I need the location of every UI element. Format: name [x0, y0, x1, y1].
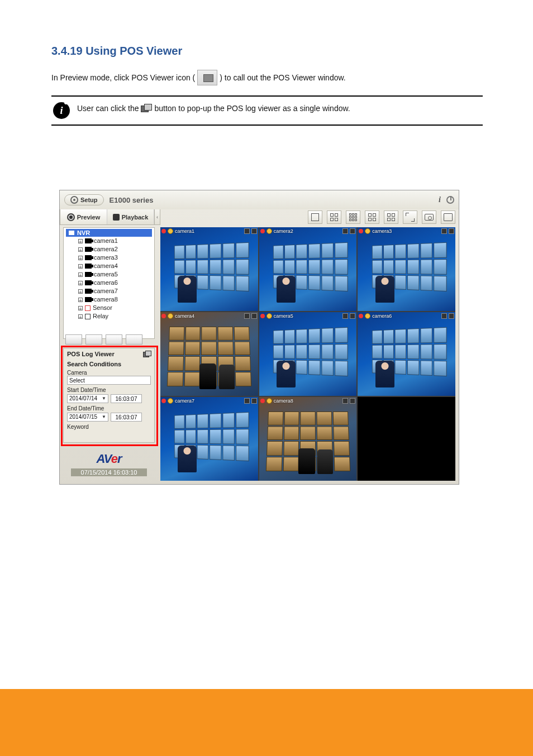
expand-icon: [78, 306, 83, 310]
product-series-label: E1000 series: [110, 196, 154, 204]
tree-item-label: Sensor: [93, 304, 112, 312]
camera-icon: [85, 289, 92, 294]
camera-tile-camera3[interactable]: camera3: [358, 227, 455, 311]
camera-icon: [85, 280, 92, 285]
layout-auto-button[interactable]: [384, 210, 398, 224]
recording-icon: [161, 399, 166, 403]
divider: [51, 95, 483, 97]
start-date-input[interactable]: 2014/07/14 ▼: [67, 394, 108, 403]
tree-item-camera5[interactable]: camera5: [66, 270, 152, 279]
keyword-field-label: Keyword: [67, 424, 151, 430]
end-date-input[interactable]: 2014/07/15 ▼: [67, 413, 108, 422]
tree-item-sensor[interactable]: Sensor: [66, 304, 152, 312]
start-time-input[interactable]: 16:03:07: [111, 394, 142, 403]
layout-2x2-button[interactable]: [327, 210, 341, 224]
logo-area: AVer 07/15/2014 16:03:10: [63, 447, 155, 481]
ptz-button[interactable]: [65, 334, 82, 344]
power-button[interactable]: [446, 196, 454, 204]
layout-1x1-button[interactable]: [308, 210, 322, 224]
camera-name-label: camera8: [274, 398, 293, 404]
tree-item-camera1[interactable]: camera1: [66, 237, 152, 245]
camera-tile-camera6[interactable]: camera6: [358, 312, 455, 396]
camera-tile-camera8[interactable]: camera8: [259, 397, 357, 481]
recording-icon: [260, 229, 265, 233]
bookmark-button[interactable]: [106, 334, 122, 344]
brand-accent: e: [111, 452, 117, 466]
pos-viewer-button[interactable]: [126, 334, 142, 344]
camera-name-label: camera3: [372, 228, 392, 234]
recording-icon: [161, 314, 166, 318]
expand-icon: [78, 256, 83, 260]
instr-part2: ) to call out the POS Viewer window.: [220, 71, 345, 84]
snapshot-button[interactable]: [422, 210, 436, 224]
note-text: User can click the button to pop-up the …: [77, 102, 350, 114]
tab-playback[interactable]: Playback: [107, 209, 154, 224]
camera-name-label: camera7: [175, 398, 194, 404]
tree-item-label: camera3: [94, 253, 118, 262]
sidebar-collapse-button[interactable]: ‹: [155, 209, 160, 225]
tree-item-camera7[interactable]: camera7: [66, 287, 152, 295]
speaker-icon: [251, 398, 257, 404]
start-date-value: 2014/07/14: [69, 395, 97, 403]
recording-icon: [161, 229, 166, 233]
tree-item-camera2[interactable]: camera2: [66, 245, 152, 253]
recording-icon: [359, 229, 363, 233]
chevron-down-icon: ▼: [102, 395, 106, 403]
camera-icon: [85, 264, 92, 269]
title-bar: Setup E1000 series i: [60, 190, 459, 209]
camera-name-label: camera5: [274, 313, 293, 319]
nvr-icon: [68, 230, 75, 236]
layout-custom-button[interactable]: [365, 210, 379, 224]
tree-item-camera4[interactable]: camera4: [66, 262, 152, 270]
scene-person: [277, 361, 296, 387]
search-conditions-label: Search Conditions: [67, 361, 151, 367]
camera-tile-camera1[interactable]: camera1: [160, 227, 258, 311]
about-button[interactable]: i: [439, 195, 441, 204]
camera-tile-empty: [358, 397, 455, 481]
expand-icon: [78, 289, 83, 294]
tile-overlay: camera2: [259, 227, 357, 235]
tree-item-camera6[interactable]: camera6: [66, 279, 152, 287]
ptz-icon: [266, 313, 272, 319]
tree-item-relay[interactable]: Relay: [66, 312, 152, 320]
mic-icon: [441, 228, 447, 234]
camera-tile-camera2[interactable]: camera2: [259, 227, 357, 311]
record-button[interactable]: [441, 210, 455, 224]
fullscreen-button[interactable]: [403, 210, 417, 224]
camera-tile-camera4[interactable]: camera4: [160, 312, 258, 396]
tree-item-camera8[interactable]: camera8: [66, 295, 152, 304]
tree-item-camera3[interactable]: camera3: [66, 253, 152, 262]
camera-select[interactable]: Select: [67, 376, 151, 385]
tile-overlay: camera5: [259, 312, 357, 320]
camera-name-label: camera1: [175, 228, 194, 234]
expand-icon: [78, 264, 83, 269]
end-time-input[interactable]: 16:03:07: [111, 413, 142, 422]
tree-root-nvr[interactable]: NVR: [66, 229, 152, 237]
mic-icon: [244, 313, 250, 319]
film-icon: [113, 214, 120, 221]
layout-3x3-button[interactable]: [346, 210, 360, 224]
tree-item-label: camera4: [94, 262, 118, 270]
tree-item-label: camera5: [94, 270, 118, 279]
setup-button[interactable]: Setup: [64, 194, 104, 205]
tree-item-label: camera6: [94, 279, 118, 287]
expand-icon: [78, 298, 83, 302]
speaker-icon: [449, 313, 454, 319]
emap-button[interactable]: [85, 334, 102, 344]
section-heading: 3.4.19 Using POS Viewer: [51, 45, 483, 58]
note-part1: User can click the: [77, 102, 139, 114]
app-screenshot: Setup E1000 series i Preview Playback ‹: [59, 190, 459, 485]
scene-person: [317, 449, 333, 474]
tab-preview[interactable]: Preview: [60, 209, 107, 224]
camera-tile-camera5[interactable]: camera5: [259, 312, 357, 396]
eye-icon: [67, 213, 75, 221]
scene-person: [199, 363, 216, 389]
expand-icon: [78, 272, 83, 277]
ptz-icon: [168, 313, 173, 319]
popout-button[interactable]: [143, 351, 151, 357]
ptz-icon: [365, 313, 370, 319]
instruction-text: In Preview mode, click POS Viewer icon (…: [51, 70, 483, 85]
tile-overlay: camera1: [160, 227, 258, 235]
tile-overlay: camera8: [259, 397, 357, 405]
camera-tile-camera7[interactable]: camera7: [160, 397, 258, 481]
